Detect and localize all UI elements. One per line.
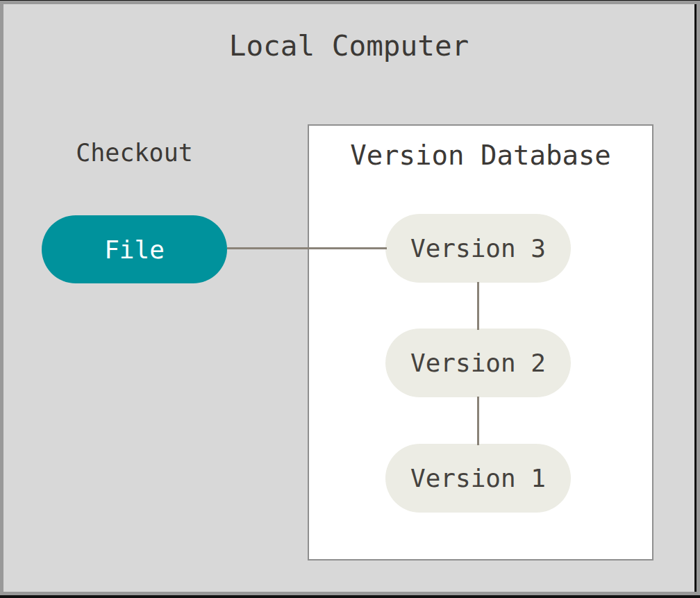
diagram-frame: Local Computer Checkout File Version Dat… [0, 1, 700, 595]
diagram-title: Local Computer [3, 32, 694, 60]
version-database-box: Version Database Version 3 Version 2 Ver… [308, 124, 653, 560]
version2-version1-connector-line [477, 397, 479, 445]
file-node: File [42, 215, 227, 283]
version-node-1: Version 1 [385, 444, 571, 513]
version-node-2: Version 2 [385, 329, 571, 397]
version3-version2-connector-line [477, 282, 479, 330]
version-node-3: Version 3 [385, 214, 571, 283]
diagram-canvas: Local Computer Checkout File Version Dat… [3, 4, 697, 592]
version-database-title: Version Database [309, 142, 652, 169]
checkout-label: Checkout [42, 141, 227, 165]
checkout-connector-line [227, 247, 387, 249]
